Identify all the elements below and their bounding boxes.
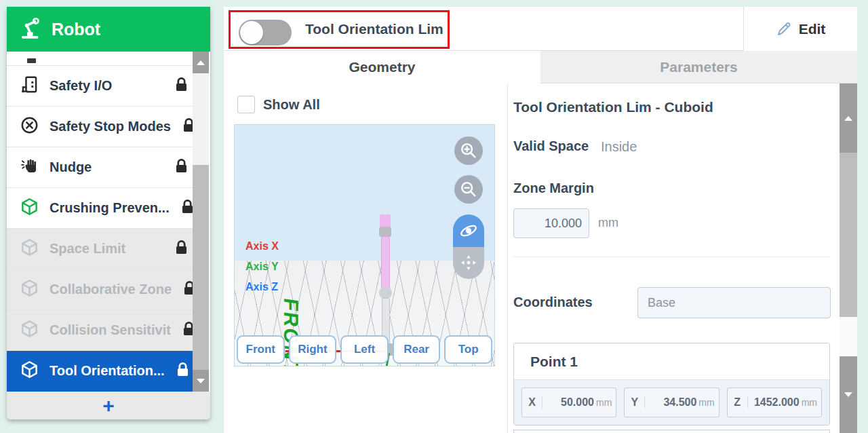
scroll-up-button[interactable] <box>193 52 209 73</box>
sidebar-item-label: Nudge <box>50 159 163 175</box>
zone-margin-unit: mm <box>598 216 618 230</box>
show-all-label: Show All <box>263 97 320 113</box>
content-divider <box>507 83 508 433</box>
point-z-input[interactable]: Z 1452.000 mm <box>727 388 822 417</box>
stop-icon <box>20 116 39 137</box>
toggle-knob <box>240 21 263 44</box>
zoom-in-button[interactable] <box>454 136 483 165</box>
point-1-title: Point 1 <box>514 343 829 380</box>
edit-button[interactable]: Edit <box>744 7 857 51</box>
sidebar-item-label: Safety Stop Modes <box>50 119 171 134</box>
view-mode-pill <box>453 214 484 279</box>
robot-arm <box>380 214 391 228</box>
sidebar-item-space-limit[interactable]: Space Limit <box>7 229 193 269</box>
zone-margin-label: Zone Margin <box>513 181 594 196</box>
sidebar-item-collaborative-zone[interactable]: Collaborative Zone <box>7 269 193 310</box>
point-1-card: Point 1 X 50.000 mm Y 34.500 mm Z 1452.0… <box>513 343 830 426</box>
sidebar-item-tool-orientation[interactable]: Tool Orientation... <box>7 351 193 392</box>
sidebar-item-label: Tool Orientation... <box>50 363 165 379</box>
sidebar-item-nudge[interactable]: Nudge <box>7 147 193 188</box>
robot-settings-screen: Robot Safety I/O <box>0 0 868 433</box>
section-divider <box>513 257 830 257</box>
cube-icon <box>20 320 39 341</box>
coordinates-label: Coordinates <box>513 295 593 310</box>
axis-x-label: Axis X <box>245 240 279 252</box>
axis-letter: Y <box>625 396 645 409</box>
sidebar-scrollbar[interactable] <box>193 52 209 392</box>
zone-title: Tool Orientation Lim - Cuboid <box>513 99 713 115</box>
scroll-up-button[interactable] <box>840 83 857 153</box>
valid-space-value: Inside <box>601 139 637 155</box>
sidebar-item-label: Space Limit <box>50 241 163 257</box>
point-1-fields: X 50.000 mm Y 34.500 mm Z 1452.000 mm <box>514 380 829 425</box>
view-rear-button[interactable]: Rear <box>393 335 441 364</box>
view-right-button[interactable]: Right <box>289 335 337 364</box>
view-left-button[interactable]: Left <box>340 335 389 364</box>
cube-icon <box>20 238 39 259</box>
parameters-scrollbar[interactable] <box>840 83 857 433</box>
sidebar-item-label: Safety I/O <box>50 78 163 94</box>
edit-label: Edit <box>799 21 826 37</box>
sidebar-item-collision-sensitivity[interactable]: Collision Sensitivit <box>7 310 193 351</box>
lock-icon <box>176 362 190 380</box>
cube-icon <box>20 360 39 381</box>
zoom-out-button[interactable] <box>454 175 483 204</box>
point-x-input[interactable]: X 50.000 mm <box>521 388 616 417</box>
robot-arm-icon <box>19 16 42 42</box>
add-zone-button[interactable]: + <box>7 392 210 419</box>
lock-icon <box>174 158 189 176</box>
sidebar: Robot Safety I/O <box>7 7 210 419</box>
orbit-button[interactable] <box>453 214 484 247</box>
sidebar-item-safety-io[interactable]: Safety I/O <box>7 66 193 107</box>
axis-letter: Z <box>728 396 748 409</box>
point-y-input[interactable]: Y 34.500 mm <box>624 388 719 417</box>
toggle-label: Tool Orientation Lim <box>305 7 443 51</box>
hand-icon <box>20 157 39 178</box>
lock-icon <box>174 240 189 258</box>
coordinates-input[interactable]: Base <box>637 287 831 318</box>
sidebar-item-crushing-prevention[interactable]: Crushing Preven... <box>7 188 193 229</box>
scroll-down-button[interactable] <box>840 356 857 433</box>
sidebar-item-label: Collaborative Zone <box>50 282 172 297</box>
sidebar-item-safety-stop-modes[interactable]: Safety Stop Modes <box>7 107 193 147</box>
cube-icon <box>20 197 39 219</box>
sidebar-partial-row <box>7 52 193 66</box>
axis-y-label: Axis Y <box>245 261 279 273</box>
tool-orientation-toggle[interactable] <box>239 20 292 45</box>
sidebar-header: Robot <box>7 7 210 52</box>
view-buttons-row: Front Right Left Rear Top <box>237 335 492 364</box>
robot-3d-viewport[interactable]: FRONT Axis X Axis Y Axis Z <box>234 124 495 366</box>
view-top-button[interactable]: Top <box>444 335 492 364</box>
axis-letter: X <box>522 396 542 409</box>
cube-icon <box>20 279 39 300</box>
view-front-button[interactable]: Front <box>237 335 285 364</box>
scroll-down-button[interactable] <box>193 370 209 392</box>
sidebar-item-label: Collision Sensitivit <box>50 322 171 338</box>
pencil-icon <box>776 21 792 37</box>
tab-parameters[interactable]: Parameters <box>540 51 857 83</box>
tab-geometry[interactable]: Geometry <box>224 51 540 83</box>
show-all-checkbox[interactable] <box>237 96 255 113</box>
zone-margin-input[interactable]: 10.000 <box>513 208 589 238</box>
scrollbar-thumb[interactable] <box>840 153 857 317</box>
pan-button[interactable] <box>453 247 484 280</box>
sidebar-item-label: Crushing Preven... <box>50 200 170 216</box>
lock-icon <box>174 77 189 95</box>
axis-z-label: Axis Z <box>245 281 278 293</box>
sidebar-title: Robot <box>52 20 100 39</box>
safety-io-icon <box>20 75 39 96</box>
valid-space-label: Valid Space <box>513 138 589 154</box>
scrollbar-thumb[interactable] <box>193 165 209 370</box>
point-2-card-edge <box>513 430 830 433</box>
